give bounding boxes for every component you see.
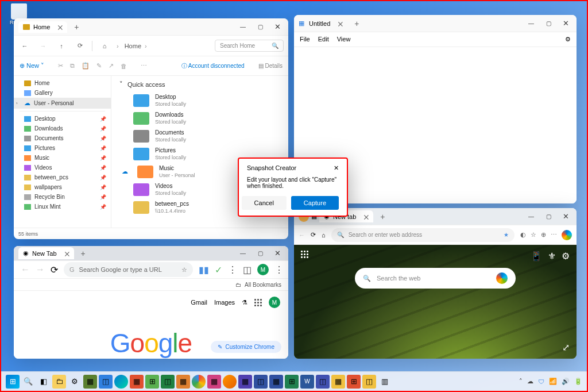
- copilot-icon[interactable]: [562, 230, 572, 240]
- expand-icon[interactable]: ⤢: [562, 342, 570, 353]
- profile-avatar[interactable]: M: [257, 264, 269, 275]
- cut-button[interactable]: ✂: [58, 62, 63, 70]
- close-icon[interactable]: ⨯: [337, 19, 344, 28]
- chrome-tab[interactable]: ◉ New Tab ⨯: [18, 247, 74, 259]
- forward-button[interactable]: →: [36, 264, 45, 275]
- forward-button[interactable]: →: [37, 40, 49, 52]
- back-button[interactable]: ←: [299, 232, 305, 239]
- refresh-button[interactable]: ⟳: [74, 40, 86, 52]
- app-icon[interactable]: ▦: [83, 375, 97, 389]
- search-input[interactable]: Search Home 🔍: [215, 40, 284, 52]
- close-button[interactable]: ✕: [269, 247, 286, 260]
- qa-documents[interactable]: DocumentsStored locally: [119, 127, 280, 145]
- app-icon[interactable]: ◫: [316, 375, 330, 389]
- nav-home[interactable]: Home: [14, 78, 111, 88]
- customize-chrome-button[interactable]: ✎Customize Chrome: [211, 341, 281, 353]
- app-icon[interactable]: ⊞: [347, 375, 361, 389]
- reload-button[interactable]: ⟳: [311, 231, 316, 239]
- close-button[interactable]: ✕: [557, 210, 574, 224]
- nav-gallery[interactable]: Gallery: [14, 88, 111, 98]
- close-icon[interactable]: ⨯: [64, 249, 71, 258]
- extension-icon[interactable]: ▮▮: [199, 264, 209, 275]
- details-button[interactable]: ▤ Details: [258, 63, 283, 69]
- menu-file[interactable]: File: [300, 36, 310, 43]
- system-tray[interactable]: ˄ ☁ 🛡 📶 🔊 🔋: [519, 378, 582, 385]
- chrome-icon[interactable]: [192, 375, 206, 389]
- back-button[interactable]: ←: [18, 40, 31, 52]
- settings-icon[interactable]: ⚙: [68, 375, 82, 389]
- reload-button[interactable]: ⟳: [51, 264, 58, 275]
- chevron-up-icon[interactable]: ˄: [519, 378, 523, 385]
- quick-access-header[interactable]: ˅Quick access: [119, 80, 280, 88]
- nav-user[interactable]: ›☁User - Personal: [14, 98, 111, 109]
- volume-icon[interactable]: 🔊: [562, 378, 570, 385]
- gmail-link[interactable]: Gmail: [191, 299, 207, 306]
- nav-videos[interactable]: Videos📌: [14, 163, 111, 172]
- capture-button[interactable]: Capture: [291, 196, 339, 210]
- maximize-button[interactable]: ▢: [540, 17, 557, 30]
- close-icon[interactable]: ⨯: [57, 22, 64, 32]
- more-icon[interactable]: ⋯: [551, 231, 557, 239]
- apps-icon[interactable]: [254, 299, 262, 306]
- minimize-button[interactable]: —: [234, 20, 252, 34]
- start-button[interactable]: ⊞: [6, 375, 20, 389]
- nav-recycle[interactable]: Recycle Bin📌: [14, 192, 111, 202]
- edge-icon[interactable]: [114, 375, 128, 389]
- onedrive-icon[interactable]: ☁: [527, 378, 533, 385]
- new-tab-button[interactable]: +: [76, 249, 90, 258]
- rename-button[interactable]: ✎: [96, 62, 102, 70]
- nav-pictures[interactable]: Pictures📌: [14, 143, 111, 153]
- app-icon[interactable]: ◫: [161, 375, 175, 389]
- new-tab-button[interactable]: +: [69, 22, 83, 32]
- app-icon[interactable]: ▦: [269, 375, 283, 389]
- search-box[interactable]: 🔍 Search the web: [355, 268, 516, 289]
- more-button[interactable]: ⋯: [141, 62, 147, 70]
- settings-icon[interactable]: ⚙: [562, 251, 570, 262]
- favorites-icon[interactable]: ☆: [531, 231, 536, 239]
- nav-wallpapers[interactable]: wallpapers📌: [14, 182, 111, 192]
- app-icon[interactable]: ◫: [362, 375, 376, 389]
- extension-icon[interactable]: ✓: [215, 264, 222, 275]
- mobile-icon[interactable]: 📱: [531, 251, 542, 262]
- extensions-icon[interactable]: ◫: [243, 264, 252, 275]
- new-button[interactable]: ⊕ New ˅: [20, 62, 44, 70]
- menu-view[interactable]: View: [337, 36, 351, 43]
- settings-button[interactable]: ⚙: [565, 36, 571, 43]
- address-bar[interactable]: 🔍 Search or enter web address ★: [331, 228, 514, 242]
- nav-documents[interactable]: Documents📌: [14, 133, 111, 143]
- profile-avatar[interactable]: M: [269, 297, 280, 308]
- cancel-button[interactable]: Cancel: [242, 196, 287, 210]
- images-link[interactable]: Images: [214, 299, 235, 306]
- network-icon[interactable]: 📶: [549, 378, 557, 385]
- close-button[interactable]: ✕: [269, 20, 286, 34]
- nav-desktop[interactable]: Desktop📌: [14, 114, 111, 124]
- copy-button[interactable]: ⧉: [70, 62, 75, 70]
- breadcrumb-home[interactable]: Home: [125, 43, 141, 49]
- up-button[interactable]: ↑: [55, 40, 68, 52]
- app-icon[interactable]: ⊞: [285, 375, 299, 389]
- more-icon[interactable]: ⋮: [274, 264, 284, 275]
- nav-music[interactable]: Music📌: [14, 153, 111, 163]
- qa-desktop[interactable]: DesktopStored locally: [119, 91, 280, 109]
- menu-edit[interactable]: Edit: [318, 36, 329, 43]
- close-button[interactable]: ✕: [557, 17, 574, 30]
- home-button[interactable]: ⌂: [98, 40, 111, 52]
- breadcrumb[interactable]: Home ›: [125, 43, 209, 49]
- menu-icon[interactable]: ⋮: [228, 264, 237, 275]
- close-button[interactable]: ✕: [334, 164, 339, 172]
- close-icon[interactable]: ⨯: [363, 212, 370, 221]
- minimize-button[interactable]: —: [234, 247, 252, 260]
- labs-icon[interactable]: ⚗: [242, 299, 247, 306]
- maximize-button[interactable]: ▢: [252, 20, 269, 34]
- firefox-icon[interactable]: [223, 375, 237, 389]
- back-button[interactable]: ←: [21, 264, 30, 275]
- rewards-icon[interactable]: ⚜: [548, 251, 556, 262]
- collections-icon[interactable]: ⊕: [541, 231, 546, 239]
- home-button[interactable]: ⌂: [322, 232, 326, 239]
- minimize-button[interactable]: —: [523, 17, 540, 30]
- minimize-button[interactable]: —: [523, 210, 540, 224]
- all-bookmarks[interactable]: All Bookmarks: [245, 282, 281, 288]
- apps-icon[interactable]: [301, 251, 308, 258]
- app-icon[interactable]: ◫: [254, 375, 268, 389]
- explorer-icon[interactable]: 🗀: [52, 375, 66, 389]
